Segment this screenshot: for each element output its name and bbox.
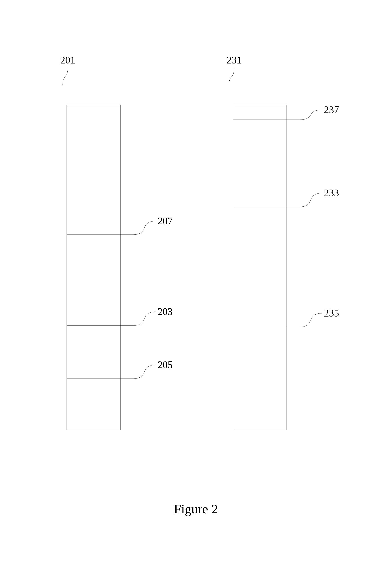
label-235: 235 — [324, 308, 339, 319]
label-201: 201 — [60, 54, 75, 66]
figure-caption: Figure 2 — [174, 502, 218, 516]
tick-231 — [229, 68, 234, 85]
leader-233 — [287, 193, 322, 207]
column-231: 231 237 233 235 — [226, 54, 339, 430]
tick-201 — [62, 68, 68, 85]
label-231: 231 — [226, 54, 242, 66]
leader-207 — [120, 221, 156, 235]
column-201-outline — [67, 105, 120, 430]
leader-205 — [120, 365, 156, 379]
leader-237 — [287, 110, 322, 120]
label-203: 203 — [158, 306, 173, 317]
label-233: 233 — [324, 188, 339, 198]
label-207: 207 — [158, 216, 173, 226]
label-237: 237 — [324, 104, 339, 115]
leader-203 — [120, 312, 156, 326]
leader-235 — [287, 313, 322, 327]
column-201: 201 207 203 205 — [60, 54, 173, 430]
column-231-outline — [233, 105, 287, 430]
figure-2: 201 207 203 205 231 237 233 235 Figure 2 — [0, 0, 392, 586]
label-205: 205 — [158, 359, 173, 370]
